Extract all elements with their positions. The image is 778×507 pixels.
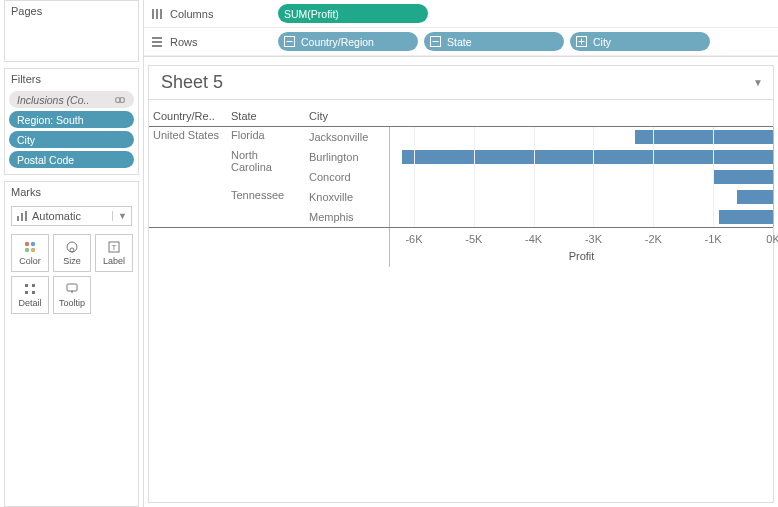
rows-pill-city[interactable]: City xyxy=(570,32,710,51)
gridline xyxy=(414,127,415,227)
header-state: State xyxy=(227,108,305,126)
marks-label-button[interactable]: T Label xyxy=(95,234,133,272)
svg-rect-4 xyxy=(25,211,27,221)
x-axis-title: Profit xyxy=(569,250,595,262)
state-label: Tennessee xyxy=(227,187,305,227)
viz-container: Sheet 5 ▼ Country/Re.. State City United… xyxy=(148,65,774,503)
svg-point-5 xyxy=(25,242,29,246)
pill-label: Country/Region xyxy=(301,36,374,48)
bar[interactable] xyxy=(713,170,773,184)
city-label: Jacksonville xyxy=(305,127,389,147)
x-tick-label: -1K xyxy=(705,233,722,245)
filter-inclusions[interactable]: Inclusions (Co.. xyxy=(9,91,134,108)
gridline xyxy=(773,127,774,227)
chevron-down-icon[interactable]: ▼ xyxy=(753,77,763,88)
marks-type-label: Automatic xyxy=(32,210,81,222)
svg-point-10 xyxy=(70,248,74,252)
svg-rect-3 xyxy=(21,213,23,221)
gridline xyxy=(653,127,654,227)
detail-icon xyxy=(23,282,37,296)
svg-point-8 xyxy=(31,248,35,252)
svg-rect-20 xyxy=(160,9,162,19)
x-tick-label: -2K xyxy=(645,233,662,245)
x-tick-label: -5K xyxy=(465,233,482,245)
tooltip-icon xyxy=(65,282,79,296)
marks-size-button[interactable]: Size xyxy=(53,234,91,272)
label-icon: T xyxy=(107,240,121,254)
filter-city[interactable]: City xyxy=(9,131,134,148)
set-link-icon xyxy=(114,94,126,106)
columns-pill-profit[interactable]: SUM(Profit) xyxy=(278,4,428,23)
pages-panel: Pages xyxy=(4,0,139,62)
svg-point-6 xyxy=(31,242,35,246)
pill-label: SUM(Profit) xyxy=(284,8,339,20)
gridline xyxy=(534,127,535,227)
rows-pill-state[interactable]: State xyxy=(424,32,564,51)
city-label: Burlington xyxy=(305,147,389,167)
svg-rect-21 xyxy=(152,37,162,39)
marks-detail-button[interactable]: Detail xyxy=(11,276,49,314)
shelves: Columns SUM(Profit) Rows Country/Region xyxy=(144,0,778,57)
marks-color-button[interactable]: Color xyxy=(11,234,49,272)
bar[interactable] xyxy=(635,130,773,144)
rows-shelf[interactable]: Rows Country/Region State City xyxy=(144,28,778,56)
city-label: Knoxville xyxy=(305,187,389,207)
columns-icon xyxy=(150,7,164,21)
svg-point-7 xyxy=(25,248,29,252)
state-label: Florida xyxy=(227,127,305,147)
columns-shelf[interactable]: Columns SUM(Profit) xyxy=(144,0,778,28)
gridline xyxy=(593,127,594,227)
bar[interactable] xyxy=(737,190,773,204)
marks-type-dropdown[interactable]: Automatic ▼ xyxy=(11,206,132,226)
rows-pill-country[interactable]: Country/Region xyxy=(278,32,418,51)
bar[interactable] xyxy=(402,150,773,164)
svg-rect-22 xyxy=(152,41,162,43)
pill-label: State xyxy=(447,36,472,48)
x-tick-label: -4K xyxy=(525,233,542,245)
svg-rect-23 xyxy=(152,45,162,47)
columns-label: Columns xyxy=(170,8,213,20)
marks-tooltip-label: Tooltip xyxy=(59,298,85,308)
svg-rect-17 xyxy=(67,284,77,291)
svg-rect-2 xyxy=(17,216,19,221)
pill-label: City xyxy=(593,36,611,48)
svg-rect-19 xyxy=(156,9,158,19)
city-label: Memphis xyxy=(305,207,389,227)
marks-detail-label: Detail xyxy=(18,298,41,308)
filters-title: Filters xyxy=(5,69,138,89)
header-country: Country/Re.. xyxy=(149,108,227,126)
city-label: Concord xyxy=(305,167,389,187)
collapse-icon xyxy=(284,36,295,47)
x-tick-label: -6K xyxy=(405,233,422,245)
gridline xyxy=(713,127,714,227)
bar[interactable] xyxy=(719,210,773,224)
marks-tooltip-button[interactable]: Tooltip xyxy=(53,276,91,314)
rows-label: Rows xyxy=(170,36,198,48)
size-icon xyxy=(64,240,80,254)
bar-icon xyxy=(16,210,28,222)
filter-postal[interactable]: Postal Code xyxy=(9,151,134,168)
marks-color-label: Color xyxy=(19,256,41,266)
svg-rect-14 xyxy=(32,284,35,287)
svg-rect-18 xyxy=(152,9,154,19)
filter-region[interactable]: Region: South xyxy=(9,111,134,128)
gridline xyxy=(474,127,475,227)
header-city: City xyxy=(305,108,389,126)
marks-panel: Marks Automatic ▼ Color xyxy=(4,181,139,507)
color-icon xyxy=(23,240,37,254)
country-label: United States xyxy=(149,127,227,227)
x-tick-label: 0K xyxy=(766,233,778,245)
filter-label: City xyxy=(17,134,35,146)
state-label: NorthCarolina xyxy=(227,147,305,187)
rows-icon xyxy=(150,35,164,49)
chart-plot xyxy=(389,127,773,227)
marks-title: Marks xyxy=(5,182,138,204)
sheet-title-bar[interactable]: Sheet 5 ▼ xyxy=(149,66,773,100)
sheet-title: Sheet 5 xyxy=(161,72,223,93)
x-tick-label: -3K xyxy=(585,233,602,245)
svg-rect-13 xyxy=(25,284,28,287)
marks-label-label: Label xyxy=(103,256,125,266)
pages-title: Pages xyxy=(5,1,138,23)
filters-panel: Filters Inclusions (Co.. Region: South C… xyxy=(4,68,139,175)
chevron-down-icon: ▼ xyxy=(112,211,127,221)
